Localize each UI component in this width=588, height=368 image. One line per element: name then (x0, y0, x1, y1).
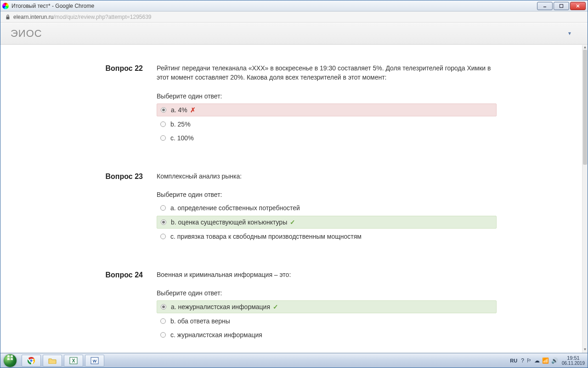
answer-option[interactable]: c. 100% (157, 132, 497, 144)
answer-label: b. оценка существующей конъюнктуры (171, 218, 287, 226)
choose-label: Выберите один ответ: (157, 289, 497, 297)
chrome-favicon-icon (2, 3, 9, 9)
wrong-mark-icon: ✗ (190, 106, 196, 114)
answer-label: c. привязка товара к свободным производс… (170, 233, 362, 240)
radio-icon (160, 121, 166, 127)
taskbar-apps: X W (22, 355, 104, 367)
window-titlebar: Итоговый тест* - Google Chrome (0, 0, 588, 12)
radio-icon (160, 135, 166, 141)
window-frame: Итоговый тест* - Google Chrome elearn.in… (0, 0, 588, 368)
chrome-icon (27, 356, 35, 365)
url-bar[interactable]: elearn.interun.ru/mod/quiz/review.php?at… (0, 12, 588, 23)
tray-volume-icon[interactable]: 🔊 (551, 357, 558, 364)
system-tray: RU ? 🏳 ☁ 📶 🔊 19:51 06.11.2019 (510, 355, 585, 366)
quiz-content: Вопрос 22Рейтинг передачи телеканала «XX… (0, 45, 582, 353)
tray-icons: ? 🏳 ☁ 📶 🔊 (521, 357, 558, 364)
question-number: Вопрос 22 (19, 64, 143, 73)
answer-option[interactable]: a. нежурналистская информация✓ (157, 300, 497, 313)
site-header: ЭИОС ▼ (0, 23, 588, 45)
tray-help-icon[interactable]: ? (521, 357, 524, 364)
taskbar-app-excel[interactable]: X (64, 355, 83, 367)
maximize-button[interactable] (554, 2, 569, 10)
taskbar: X W RU ? 🏳 ☁ 📶 🔊 19:51 06.11.2019 (0, 353, 588, 368)
taskbar-app-chrome[interactable] (22, 355, 41, 367)
answer-label: a. определение собственных потребностей (170, 204, 300, 212)
vertical-scrollbar[interactable]: ▲ ▼ (582, 45, 588, 353)
tray-flag-icon[interactable]: 🏳 (526, 357, 532, 364)
window-buttons (537, 2, 586, 10)
question-block: Вопрос 24Военная и криминальная информац… (0, 270, 582, 343)
start-button[interactable] (0, 353, 20, 368)
answer-list: a. определение собственных потребностейb… (157, 202, 497, 242)
svg-text:X: X (72, 358, 75, 363)
answer-option[interactable]: a. 4%✗ (157, 104, 497, 116)
answer-label: b. 25% (170, 121, 191, 128)
excel-icon: X (69, 356, 78, 365)
tray-date: 06.11.2019 (562, 361, 585, 366)
radio-icon (161, 304, 166, 310)
choose-label: Выберите один ответ: (157, 191, 497, 198)
answer-label: c. 100% (170, 134, 194, 142)
svg-text:W: W (93, 359, 97, 363)
answer-label: a. нежурналистская информация (171, 303, 270, 310)
tray-clock[interactable]: 19:51 06.11.2019 (562, 355, 585, 366)
scroll-thumb[interactable] (583, 50, 587, 165)
word-icon: W (90, 356, 99, 365)
window-title: Итоговый тест* - Google Chrome (11, 3, 537, 9)
svg-rect-1 (560, 4, 563, 7)
lock-icon (5, 14, 11, 20)
minimize-button[interactable] (537, 2, 553, 10)
url-host: elearn.interun.ru (13, 14, 53, 20)
choose-label: Выберите один ответ: (157, 92, 497, 100)
answer-option[interactable]: b. 25% (157, 118, 497, 130)
question-block: Вопрос 23Комплексный анализ рынка:Выбери… (0, 172, 582, 244)
question-number: Вопрос 23 (19, 172, 143, 181)
radio-icon (160, 332, 166, 338)
radio-icon (161, 107, 166, 113)
taskbar-app-explorer[interactable] (43, 355, 62, 367)
question-text: Военная и криминальная информация – это: (157, 270, 497, 279)
correct-mark-icon: ✓ (273, 303, 278, 310)
tray-time: 19:51 (562, 355, 585, 361)
answer-option[interactable]: a. определение собственных потребностей (157, 202, 497, 214)
folder-icon (48, 357, 57, 364)
answer-option[interactable]: b. оценка существующей конъюнктуры✓ (157, 216, 497, 229)
question-text: Комплексный анализ рынка: (157, 172, 497, 181)
radio-icon (160, 234, 166, 239)
question-block: Вопрос 22Рейтинг передачи телеканала «XX… (0, 63, 582, 146)
answer-list: a. нежурналистская информация✓b. оба отв… (157, 300, 497, 341)
answer-option[interactable]: c. журналистская информация (157, 329, 497, 341)
site-title: ЭИОС (11, 28, 42, 40)
header-caret-icon[interactable]: ▼ (567, 31, 577, 36)
windows-orb-icon (4, 354, 17, 367)
radio-icon (160, 205, 166, 211)
answer-option[interactable]: b. оба ответа верны (157, 315, 497, 327)
radio-icon (161, 219, 166, 225)
tray-cloud-icon[interactable]: ☁ (534, 357, 540, 364)
answer-label: a. 4% (171, 106, 187, 114)
answer-label: c. журналистская информация (170, 331, 262, 339)
tray-language[interactable]: RU (510, 358, 517, 363)
taskbar-app-word[interactable]: W (85, 355, 104, 367)
tray-network-icon[interactable]: 📶 (542, 357, 549, 364)
close-button[interactable] (570, 2, 586, 10)
answer-option[interactable]: c. привязка товара к свободным производс… (157, 230, 497, 242)
question-number: Вопрос 24 (19, 271, 143, 279)
answer-label: b. оба ответа верны (170, 317, 230, 325)
url-path: /mod/quiz/review.php?attempt=1295639 (53, 14, 151, 20)
answer-list: a. 4%✗b. 25%c. 100% (157, 104, 497, 144)
scroll-down-arrow-icon[interactable]: ▼ (582, 347, 588, 353)
svg-rect-4 (6, 17, 10, 19)
radio-icon (160, 318, 166, 324)
question-text: Рейтинг передачи телеканала «XXX» в воск… (157, 63, 497, 82)
correct-mark-icon: ✓ (290, 218, 295, 226)
